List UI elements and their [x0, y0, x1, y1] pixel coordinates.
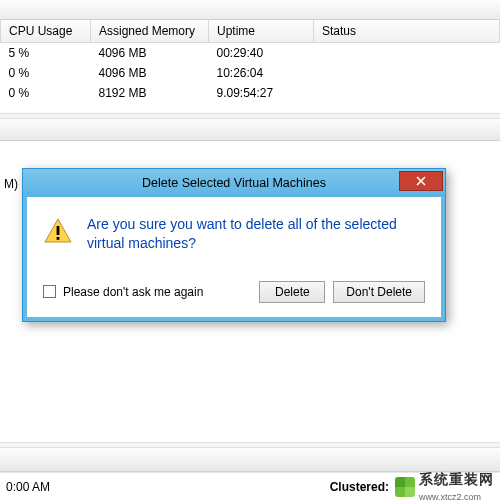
col-status[interactable]: Status	[314, 20, 500, 43]
dont-delete-button[interactable]: Don't Delete	[333, 281, 425, 303]
close-icon	[416, 176, 426, 186]
dialog-close-button[interactable]	[399, 171, 443, 191]
table-row[interactable]: 0 % 8192 MB 9.09:54:27	[1, 83, 500, 103]
cell-mem: 8192 MB	[91, 83, 209, 103]
statusbar-clustered-label: Clustered:	[330, 480, 389, 494]
col-assigned-memory[interactable]: Assigned Memory	[91, 20, 209, 43]
dont-ask-checkbox[interactable]	[43, 285, 56, 298]
col-cpu-usage[interactable]: CPU Usage	[1, 20, 91, 43]
table-row[interactable]: 0 % 4096 MB 10:26:04	[1, 63, 500, 83]
cell-status	[314, 83, 500, 103]
watermark: 系统重装网 www.xtcz2.com	[395, 471, 494, 501]
svg-rect-0	[57, 226, 60, 235]
dialog-titlebar[interactable]: Delete Selected Virtual Machines	[23, 169, 445, 197]
cell-uptime: 00:29:40	[209, 43, 314, 64]
watermark-logo-icon	[395, 477, 415, 497]
cell-uptime: 10:26:04	[209, 63, 314, 83]
cell-cpu: 5 %	[1, 43, 91, 64]
cell-cpu: 0 %	[1, 83, 91, 103]
statusbar-time: 0:00 AM	[6, 480, 50, 494]
warning-icon	[43, 217, 73, 248]
cell-status	[314, 63, 500, 83]
dialog-title: Delete Selected Virtual Machines	[23, 176, 445, 190]
col-uptime[interactable]: Uptime	[209, 20, 314, 43]
details-label-fragment: M)	[4, 177, 18, 191]
toolbar-strip	[0, 0, 500, 20]
table-header-row: CPU Usage Assigned Memory Uptime Status	[1, 20, 500, 43]
watermark-text: 系统重装网 www.xtcz2.com	[419, 471, 494, 501]
lower-header-strip	[0, 448, 500, 472]
vm-table: CPU Usage Assigned Memory Uptime Status …	[0, 20, 500, 103]
delete-button[interactable]: Delete	[259, 281, 325, 303]
cell-mem: 4096 MB	[91, 43, 209, 64]
table-row[interactable]: 5 % 4096 MB 00:29:40	[1, 43, 500, 64]
details-header-strip	[0, 119, 500, 141]
cell-cpu: 0 %	[1, 63, 91, 83]
cell-mem: 4096 MB	[91, 63, 209, 83]
svg-rect-1	[57, 237, 60, 240]
cell-uptime: 9.09:54:27	[209, 83, 314, 103]
dialog-message: Are you sure you want to delete all of t…	[87, 215, 425, 253]
dont-ask-label: Please don't ask me again	[63, 285, 203, 299]
status-bar: 0:00 AM Clustered: 系统重装网 www.xtcz2.com	[0, 472, 500, 500]
cell-status	[314, 43, 500, 64]
delete-vms-dialog: Delete Selected Virtual Machines Are you…	[22, 168, 446, 322]
